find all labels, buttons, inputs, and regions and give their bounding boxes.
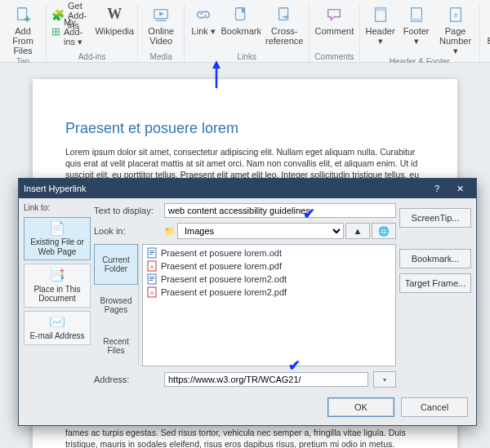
file-row[interactable]: Praesent et posuere lorem.odt	[145, 246, 394, 259]
page-number-button[interactable]: # Page Number ▾	[437, 5, 474, 55]
link-icon	[194, 5, 213, 24]
ribbon-group-tap: Add From Files Tap	[0, 3, 47, 62]
header-button[interactable]: Header ▾	[365, 5, 396, 46]
ribbon-group-addins: 🧩 Get Add-ins ⊞ My Add-ins ▾ W Wikipedia…	[47, 3, 138, 62]
address-dropdown-button[interactable]: ▾	[373, 371, 396, 388]
comment-label: Comment	[315, 26, 354, 36]
folder-icon: 📁	[164, 226, 176, 237]
textbox-button[interactable]: A Text Box ▾	[485, 5, 490, 46]
page-plus-icon	[13, 5, 33, 24]
file-name: Praesent et posuere lorem2.odt	[161, 274, 287, 284]
text-to-display-label: Text to display:	[94, 206, 159, 215]
linkto-existing-file[interactable]: 📄 Existing File or Web Page	[24, 217, 91, 260]
ribbon-group-addins-label: Add-ins	[51, 51, 132, 62]
ribbon-group-headerfooter: Header ▾ Footer ▾ # Page Number ▾ Header…	[360, 3, 480, 62]
ribbon-group-media-label: Media	[143, 51, 179, 62]
screentip-button[interactable]: ScreenTip...	[399, 208, 471, 228]
file-name: Praesent et posuere lorem.pdf	[161, 261, 282, 271]
linkto-email[interactable]: ✉️ E-mail Address	[24, 311, 91, 345]
text-to-display-input[interactable]	[164, 203, 396, 218]
address-input[interactable]	[164, 372, 368, 387]
dialog-footer: OK Cancel	[19, 393, 476, 425]
file-row[interactable]: APraesent et posuere lorem.pdf	[145, 259, 394, 273]
globe-page-icon: 📄	[49, 221, 65, 236]
look-in-label: Look in:	[94, 226, 159, 236]
link-button[interactable]: Link ▾	[189, 5, 217, 36]
email-icon: ✉️	[49, 315, 65, 330]
target-frame-button[interactable]: Target Frame...	[399, 273, 471, 293]
dialog-main: Text to display: Look in: 📁 Images ▲ 🌐 C…	[94, 203, 396, 388]
svg-rect-19	[149, 251, 154, 251]
dialog-titlebar[interactable]: Insert Hyperlink ? ✕	[19, 179, 476, 198]
wikipedia-button[interactable]: W Wikipedia	[96, 5, 132, 36]
odt-icon	[146, 273, 158, 285]
page-number-label: Page Number ▾	[437, 26, 474, 55]
ok-button[interactable]: OK	[327, 397, 394, 417]
svg-text:#: #	[453, 12, 457, 20]
svg-text:A: A	[150, 291, 154, 295]
add-from-files-button[interactable]: Add From Files	[5, 5, 41, 55]
svg-rect-25	[149, 277, 154, 277]
help-button[interactable]: ?	[425, 184, 448, 193]
svg-rect-26	[149, 278, 154, 279]
pdf-icon: A	[146, 286, 158, 298]
dialog-title: Insert Hyperlink	[24, 184, 425, 193]
addin-icon: ⊞	[51, 25, 60, 38]
linkto-label: Link to:	[24, 203, 91, 212]
doc-location-icon: 📑	[49, 268, 65, 282]
bookmark-button[interactable]: Bookmark	[222, 5, 260, 36]
browse-web-button[interactable]: 🌐	[372, 223, 396, 239]
linkto-email-label: E-mail Address	[29, 331, 84, 341]
footer-button[interactable]: Footer ▾	[401, 5, 432, 46]
file-row[interactable]: Praesent et posuere lorem2.odt	[145, 273, 394, 286]
cancel-button[interactable]: Cancel	[401, 397, 468, 417]
svg-marker-4	[159, 11, 164, 16]
file-list[interactable]: Praesent et posuere lorem.odtAPraesent e…	[142, 244, 396, 366]
file-row[interactable]: APraesent et posuere lorem2.pdf	[145, 286, 394, 299]
bookmark-dlg-button[interactable]: Bookmark...	[399, 249, 471, 268]
tab-browsed-pages[interactable]: Browsed Pages	[94, 285, 138, 326]
ribbon-group-comments-label: Comments	[314, 51, 354, 62]
doc-heading: Praesent et posuere lorem	[65, 120, 425, 137]
store-icon: 🧩	[51, 9, 65, 22]
wikipedia-label: Wikipedia	[95, 26, 134, 36]
online-video-label: Online Video	[143, 26, 179, 46]
header-icon	[371, 5, 390, 24]
odt-icon	[146, 247, 158, 259]
ribbon-group-links: Link ▾ Bookmark Cross-reference Links	[185, 3, 310, 62]
svg-rect-0	[18, 8, 27, 20]
link-label: Link ▾	[192, 26, 216, 36]
page-number-icon: #	[446, 5, 466, 24]
ribbon-group-comments: Comment Comments	[310, 3, 359, 62]
comment-button[interactable]: Comment	[314, 5, 354, 36]
address-label: Address:	[94, 375, 159, 384]
ribbon-group-text: A Text Box ▾	[480, 3, 490, 62]
bookmark-icon	[231, 5, 251, 24]
tab-recent-files[interactable]: Recent Files	[94, 326, 138, 366]
add-from-files-label: Add From Files	[5, 26, 41, 55]
online-video-button[interactable]: Online Video	[143, 5, 179, 46]
my-addins-button[interactable]: ⊞ My Add-ins ▾	[51, 24, 87, 39]
wikipedia-icon: W	[105, 5, 124, 24]
up-folder-button[interactable]: ▲	[345, 223, 370, 239]
linkto-place-doc[interactable]: 📑 Place in This Document	[24, 264, 91, 307]
linkto-existing-label: Existing File or Web Page	[26, 237, 88, 256]
svg-rect-11	[411, 19, 421, 22]
crossref-icon	[274, 5, 294, 24]
ribbon-group-media: Online Video Media	[138, 3, 185, 62]
insert-hyperlink-dialog: Insert Hyperlink ? ✕ Link to: 📄 Existing…	[18, 178, 477, 426]
tab-current-folder[interactable]: Current Folder	[94, 244, 138, 285]
comment-icon	[324, 5, 344, 24]
bookmark-label: Bookmark	[220, 26, 261, 36]
svg-text:A: A	[150, 264, 154, 269]
crossref-label: Cross-reference	[265, 26, 304, 46]
linkto-sidebar: Link to: 📄 Existing File or Web Page 📑 P…	[24, 203, 91, 388]
svg-rect-21	[149, 254, 153, 255]
crossref-button[interactable]: Cross-reference	[265, 5, 304, 46]
close-button[interactable]: ✕	[448, 184, 471, 194]
ribbon-group-links-label: Links	[189, 51, 304, 62]
svg-rect-27	[149, 280, 153, 281]
look-in-select[interactable]: Images	[177, 223, 344, 239]
browse-tabs: Current Folder Browsed Pages Recent File…	[94, 244, 139, 366]
footer-icon	[407, 5, 426, 24]
